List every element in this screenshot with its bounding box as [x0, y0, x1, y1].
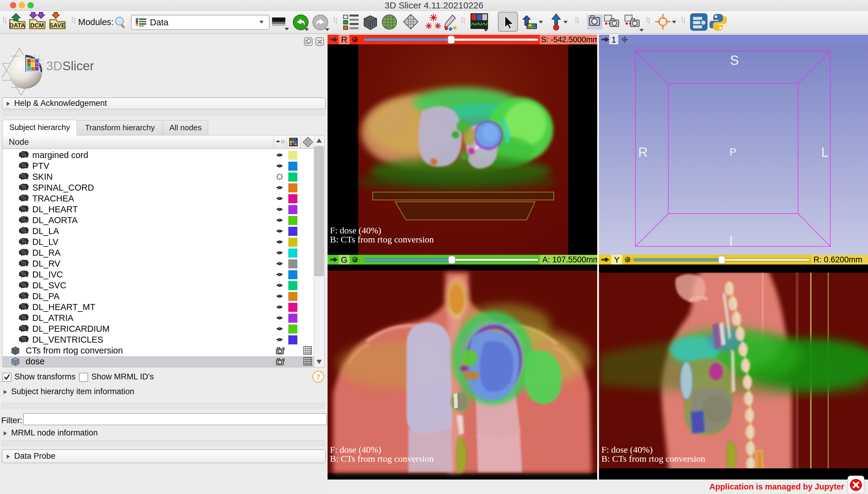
svg-text:B: CTs from rtog conversion: B: CTs from rtog conversion — [330, 454, 434, 463]
svg-text:DCM: DCM — [30, 22, 44, 28]
svg-text:DL_ATRIA: DL_ATRIA — [32, 313, 74, 323]
svg-text:SPINAL_CORD: SPINAL_CORD — [32, 183, 94, 192]
svg-text:Y: Y — [614, 255, 620, 265]
svg-text:F: dose (40%): F: dose (40%) — [330, 444, 381, 455]
svg-text:DL_HEART: DL_HEART — [32, 205, 78, 214]
svg-text:SKIN: SKIN — [32, 172, 53, 182]
svg-text:S: S — [730, 53, 739, 68]
svg-text:DL_AORTA: DL_AORTA — [32, 215, 78, 225]
svg-text:DL_LA: DL_LA — [32, 226, 59, 236]
svg-text:B: CTs from rtog conversion: B: CTs from rtog conversion — [330, 234, 434, 244]
svg-text:margined cord: margined cord — [32, 150, 88, 160]
svg-text:PTV: PTV — [32, 161, 50, 171]
svg-text:DL_HEART_MT: DL_HEART_MT — [32, 302, 95, 312]
svg-text:B: CTs from rtog conversion: B: CTs from rtog conversion — [601, 454, 706, 463]
svg-text:R: R — [341, 35, 347, 44]
svg-text:CTs from rtog conversion: CTs from rtog conversion — [26, 346, 123, 355]
svg-text:DL_LV: DL_LV — [32, 237, 58, 247]
svg-text:R: 0.6200mm: R: 0.6200mm — [813, 255, 862, 264]
svg-text:S: -542.5000mm: S: -542.5000mm — [541, 35, 597, 44]
svg-text:SAVE: SAVE — [50, 22, 65, 28]
svg-text:G: G — [341, 255, 347, 265]
svg-text:Node: Node — [9, 137, 29, 147]
svg-text:✳: ✳ — [434, 21, 441, 31]
svg-text:DL_SVC: DL_SVC — [32, 281, 66, 290]
svg-text:R: R — [638, 145, 648, 159]
svg-text:P: P — [730, 146, 736, 157]
svg-text:DL_PA: DL_PA — [32, 291, 59, 301]
svg-text:1: 1 — [611, 35, 616, 44]
svg-text:DATA: DATA — [9, 22, 25, 28]
svg-text:A: 107.5500mm: A: 107.5500mm — [542, 255, 597, 264]
svg-text:Data: Data — [150, 18, 169, 27]
svg-text:L: L — [821, 145, 829, 159]
svg-text:dose: dose — [26, 357, 45, 366]
svg-text:F: dose (40%): F: dose (40%) — [330, 225, 381, 235]
svg-text:DL_PERICARDIUM: DL_PERICARDIUM — [32, 324, 110, 334]
svg-text:DL_VENTRICLES: DL_VENTRICLES — [32, 335, 103, 344]
svg-text:DL_RV: DL_RV — [32, 259, 61, 268]
svg-text:I: I — [729, 234, 733, 248]
svg-text:F: dose (40%): F: dose (40%) — [601, 444, 653, 455]
svg-text:3DSlicer: 3DSlicer — [46, 59, 94, 73]
svg-text:✳: ✳ — [425, 21, 432, 31]
svg-text:Modules:: Modules: — [78, 17, 114, 27]
svg-text:?: ? — [316, 373, 320, 381]
svg-text:DL_RA: DL_RA — [32, 248, 61, 258]
svg-text:DL_IVC: DL_IVC — [32, 270, 63, 279]
svg-text:TRACHEA: TRACHEA — [32, 194, 74, 203]
